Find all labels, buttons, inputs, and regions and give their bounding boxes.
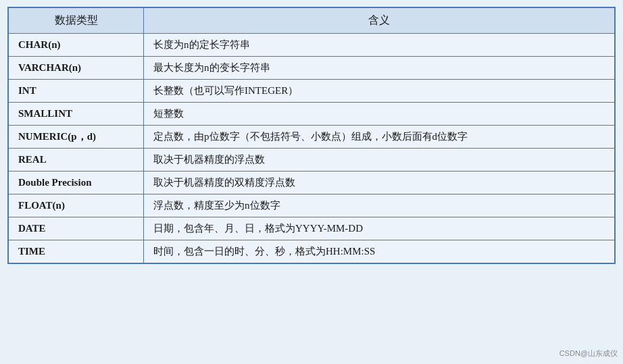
cell-meaning: 最大长度为n的变长字符串 (144, 57, 615, 80)
cell-meaning: 长度为n的定长字符串 (144, 34, 615, 57)
cell-type: Double Precision (9, 172, 144, 194)
cell-meaning: 时间，包含一日的时、分、秒，格式为HH:MM:SS (144, 240, 615, 263)
col-header-meaning: 含义 (144, 8, 615, 34)
cell-type: INT (9, 80, 144, 103)
cell-type: CHAR(n) (9, 34, 144, 57)
watermark: CSDN@山东成仪 (559, 348, 618, 359)
table-row: FLOAT(n)浮点数，精度至少为n位数字 (9, 194, 615, 217)
header-row: 数据类型 含义 (9, 8, 615, 34)
col-header-type: 数据类型 (9, 8, 144, 34)
cell-type: DATE (9, 217, 144, 240)
cell-type: TIME (9, 240, 144, 263)
table-wrapper: 数据类型 含义 CHAR(n)长度为n的定长字符串VARCHAR(n)最大长度为… (7, 7, 616, 264)
table-row: SMALLINT短整数 (9, 103, 615, 126)
cell-type: VARCHAR(n) (9, 57, 144, 80)
cell-meaning: 长整数（也可以写作INTEGER） (144, 80, 615, 103)
data-types-table: 数据类型 含义 CHAR(n)长度为n的定长字符串VARCHAR(n)最大长度为… (8, 7, 615, 263)
cell-type: FLOAT(n) (9, 194, 144, 217)
table-row: CHAR(n)长度为n的定长字符串 (9, 34, 615, 57)
cell-meaning: 日期，包含年、月、日，格式为YYYY-MM-DD (144, 217, 615, 240)
table-row: VARCHAR(n)最大长度为n的变长字符串 (9, 57, 615, 80)
table-row: DATE日期，包含年、月、日，格式为YYYY-MM-DD (9, 217, 615, 240)
cell-meaning: 取决于机器精度的双精度浮点数 (144, 172, 615, 194)
table-row: Double Precision取决于机器精度的双精度浮点数 (9, 172, 615, 194)
cell-type: SMALLINT (9, 103, 144, 126)
table-row: INT长整数（也可以写作INTEGER） (9, 80, 615, 103)
cell-meaning: 取决于机器精度的浮点数 (144, 149, 615, 172)
table-row: NUMERIC(p，d)定点数，由p位数字（不包括符号、小数点）组成，小数后面有… (9, 126, 615, 149)
cell-type: NUMERIC(p，d) (9, 126, 144, 149)
cell-meaning: 短整数 (144, 103, 615, 126)
table-row: REAL取决于机器精度的浮点数 (9, 149, 615, 172)
cell-meaning: 浮点数，精度至少为n位数字 (144, 194, 615, 217)
table-row: TIME时间，包含一日的时、分、秒，格式为HH:MM:SS (9, 240, 615, 263)
cell-type: REAL (9, 149, 144, 172)
cell-meaning: 定点数，由p位数字（不包括符号、小数点）组成，小数后面有d位数字 (144, 126, 615, 149)
